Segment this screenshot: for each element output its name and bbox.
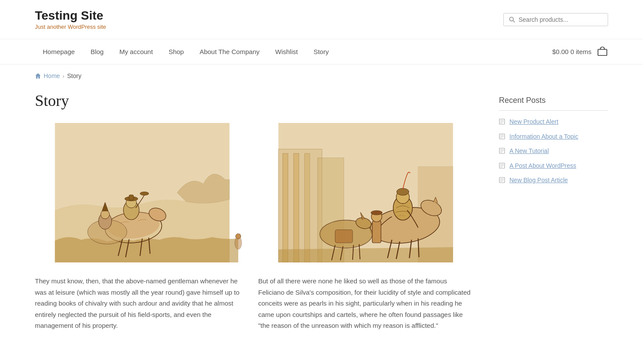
search-icon	[509, 17, 515, 23]
svg-rect-44	[372, 221, 381, 243]
story-image-left	[35, 123, 250, 262]
story-image-right	[258, 123, 473, 262]
list-item: Information About a Topic	[499, 133, 608, 141]
svg-line-1	[513, 20, 515, 22]
post-icon	[499, 119, 505, 125]
content-area: Story	[35, 92, 473, 331]
nav-links: Homepage Blog My account Shop About The …	[35, 39, 337, 64]
breadcrumb: Home › Story	[0, 65, 643, 87]
svg-rect-14	[129, 195, 134, 200]
images-grid	[35, 123, 473, 262]
nav-about[interactable]: About The Company	[192, 39, 267, 64]
breadcrumb-separator: ›	[62, 73, 64, 79]
list-item: New Blog Post Article	[499, 176, 608, 185]
nav-blog[interactable]: Blog	[83, 39, 111, 64]
recent-posts-title: Recent Posts	[499, 96, 608, 111]
svg-rect-43	[335, 230, 352, 243]
cart-total: $0.00 0 items	[552, 48, 591, 55]
svg-point-20	[236, 234, 241, 239]
search-input[interactable]	[519, 16, 602, 23]
nav-homepage[interactable]: Homepage	[35, 39, 83, 64]
breadcrumb-current: Story	[67, 72, 82, 79]
nav-story[interactable]: Story	[306, 39, 337, 64]
sidebar: Recent Posts New Product Alert Inf	[499, 92, 608, 331]
main-content: Story	[0, 87, 643, 349]
post-link-2[interactable]: Information About a Topic	[509, 133, 578, 141]
svg-point-18	[101, 210, 110, 219]
svg-rect-25	[293, 153, 299, 262]
search-form[interactable]	[503, 13, 608, 26]
list-item: New Product Alert	[499, 118, 608, 126]
site-branding: Testing Site Just another WordPress site	[35, 9, 106, 30]
sketch-right	[258, 123, 473, 262]
cart-icon	[597, 45, 608, 57]
sketch-left	[35, 123, 250, 262]
nav-shop[interactable]: Shop	[161, 39, 192, 64]
cart-area: $0.00 0 items	[552, 45, 608, 58]
list-item: A Post About WordPress	[499, 162, 608, 170]
story-text-right: But of all there were none he liked so w…	[258, 276, 473, 331]
breadcrumb-home-link[interactable]: Home	[44, 72, 60, 79]
recent-posts-list: New Product Alert Information About a To…	[499, 118, 608, 185]
nav-wishlist[interactable]: Wishlist	[267, 39, 306, 64]
svg-rect-26	[304, 153, 309, 262]
site-title: Testing Site	[35, 9, 106, 23]
post-icon	[499, 148, 505, 154]
cart-button[interactable]	[597, 45, 608, 58]
post-link-4[interactable]: A Post About WordPress	[509, 162, 576, 170]
svg-point-36	[396, 188, 409, 195]
post-icon	[499, 177, 505, 183]
site-nav: Homepage Blog My account Shop About The …	[0, 39, 643, 65]
story-text-left: They must know, then, that the above-nam…	[35, 276, 250, 331]
list-item: A New Tutorial	[499, 147, 608, 156]
nav-my-account[interactable]: My account	[111, 39, 161, 64]
post-link-5[interactable]: New Blog Post Article	[509, 176, 568, 185]
svg-rect-2	[598, 49, 607, 55]
post-link-3[interactable]: A New Tutorial	[509, 147, 549, 156]
text-columns: They must know, then, that the above-nam…	[35, 276, 473, 331]
site-header: Testing Site Just another WordPress site	[0, 0, 643, 39]
svg-point-15	[140, 192, 149, 195]
site-tagline: Just another WordPress site	[35, 24, 106, 30]
post-link-1[interactable]: New Product Alert	[509, 118, 558, 126]
page-title: Story	[35, 92, 473, 110]
svg-point-46	[371, 211, 382, 215]
home-icon	[35, 73, 41, 79]
post-icon	[499, 133, 505, 139]
svg-rect-24	[282, 153, 288, 262]
post-icon	[499, 163, 505, 169]
svg-point-0	[509, 17, 513, 21]
